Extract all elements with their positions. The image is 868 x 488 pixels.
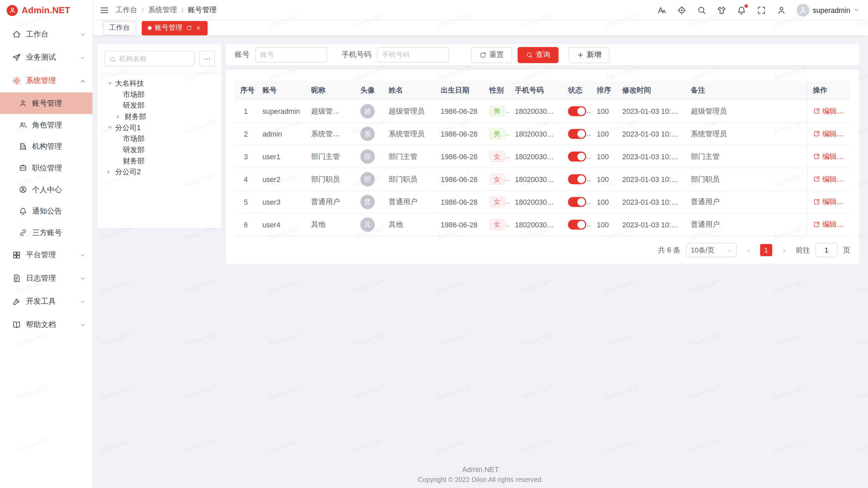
tree-caret-icon[interactable] [117, 115, 122, 119]
search-button[interactable]: 查询 [518, 47, 559, 63]
tree-node-0[interactable]: 大名科技 [104, 78, 215, 89]
phone-input[interactable] [382, 51, 444, 59]
status-toggle[interactable] [568, 151, 586, 161]
edit-button[interactable]: 编辑 [813, 175, 838, 183]
tree-more-button[interactable]: ··· [199, 51, 215, 66]
edit-button[interactable]: 编辑 [813, 152, 838, 160]
sidebar-item-2[interactable]: 系统管理 [0, 69, 93, 93]
bell-icon[interactable] [737, 5, 746, 15]
edit-button[interactable]: 编辑 [813, 129, 838, 138]
tab-close-icon[interactable] [195, 25, 201, 31]
topbar: 工作台/系统管理/账号管理 superadmin [93, 0, 868, 20]
tree-node-3[interactable]: 财务部 [104, 111, 215, 122]
fullscreen-icon[interactable] [757, 5, 766, 15]
sidebar-item-0[interactable]: 工作台 [0, 23, 93, 46]
theme-icon[interactable] [717, 5, 726, 15]
sidebar-item-4[interactable]: 日志管理 [0, 267, 93, 290]
tree-node-1[interactable]: 市场部 [104, 89, 215, 100]
tree-caret-icon[interactable] [108, 82, 112, 87]
reset-button[interactable]: 重置 [471, 47, 512, 63]
status-toggle[interactable] [568, 197, 586, 207]
tree-caret-icon[interactable] [107, 170, 113, 174]
hamburger-menu-icon[interactable] [100, 5, 109, 15]
chevron-down-icon [80, 322, 86, 328]
status-toggle[interactable] [568, 106, 586, 116]
sidebar-subitem-2-3[interactable]: 职位管理 [0, 157, 93, 179]
toggle-knob [577, 107, 585, 115]
status-toggle[interactable] [568, 129, 586, 139]
tab-0[interactable]: 工作台 [103, 21, 136, 35]
breadcrumb-item-2[interactable]: 账号管理 [188, 5, 217, 15]
avatar: 部 [360, 149, 375, 164]
tree-node-8[interactable]: 分公司2 [104, 166, 215, 178]
cell-phone: 18020030720 [509, 190, 563, 213]
sidebar-subitem-2-4[interactable]: 个人中心 [0, 179, 93, 200]
sidebar-subitem-2-5[interactable]: 通知公告 [0, 200, 93, 222]
page-number-button[interactable]: 1 [760, 244, 772, 256]
chevron-down-icon [80, 55, 86, 61]
add-button[interactable]: 新增 [569, 47, 610, 63]
sidebar-subitem-label: 职位管理 [32, 163, 62, 173]
status-toggle[interactable] [568, 174, 586, 184]
page-size-select[interactable]: 10条/页 [686, 243, 737, 257]
more-actions-button[interactable] [843, 175, 850, 183]
tree-node-5[interactable]: 市场部 [104, 133, 215, 144]
tree-node-7[interactable]: 财务部 [104, 156, 215, 167]
cell-birth: 1986-06-28 [435, 168, 484, 191]
search-icon[interactable] [697, 5, 707, 15]
gear-icon [12, 76, 21, 85]
locate-icon[interactable] [677, 5, 687, 15]
tab-bar: 工作台账号管理 [93, 20, 868, 36]
tree-node-label: 分公司1 [115, 123, 141, 133]
user-menu[interactable]: superadmin [797, 4, 859, 17]
avatar: 系 [360, 127, 375, 141]
tab-active-dot [147, 26, 151, 30]
user-icon[interactable] [777, 5, 786, 15]
sidebar-item-3[interactable]: 平台管理 [0, 243, 93, 267]
sidebar-item-5[interactable]: 开发工具 [0, 290, 93, 313]
sidebar-item-6[interactable]: 帮助文档 [0, 313, 93, 337]
account-input[interactable] [260, 51, 322, 59]
toggle-knob [577, 176, 585, 183]
breadcrumb-item-0[interactable]: 工作台 [116, 5, 137, 15]
tree-node-6[interactable]: 研发部 [104, 144, 215, 156]
more-actions-button[interactable] [843, 220, 850, 228]
goto-label: 前往 [795, 245, 810, 255]
bell-icon [19, 207, 27, 215]
sidebar-item-1[interactable]: 业务测试 [0, 46, 93, 69]
tab-refresh-icon[interactable] [186, 25, 192, 31]
ellipsis-icon [843, 221, 850, 228]
font-size-icon[interactable] [657, 5, 667, 15]
more-actions-button[interactable] [843, 198, 850, 206]
breadcrumb-item-1[interactable]: 系统管理 [148, 5, 177, 15]
tab-1[interactable]: 账号管理 [141, 21, 207, 35]
cell-account: user3 [257, 190, 306, 213]
tree-caret-icon[interactable] [108, 126, 112, 131]
prev-page-button[interactable] [742, 244, 754, 256]
more-actions-button[interactable] [843, 152, 850, 160]
tree-node-2[interactable]: 研发部 [104, 100, 215, 111]
cell-index: 5 [235, 190, 257, 213]
more-actions-button[interactable] [843, 129, 850, 138]
edit-button[interactable]: 编辑 [813, 220, 838, 228]
org-search-input[interactable] [119, 55, 190, 63]
sidebar-subitem-2-6[interactable]: 三方账号 [0, 222, 93, 244]
cell-index: 6 [235, 213, 257, 236]
edit-button[interactable]: 编辑 [813, 198, 838, 206]
column-header-8: 状态 [563, 81, 591, 100]
cell-account: user4 [257, 213, 306, 236]
status-toggle[interactable] [568, 220, 586, 229]
sidebar-subitem-2-1[interactable]: 角色管理 [0, 114, 93, 136]
sidebar-subitem-2-0[interactable]: 账号管理 [0, 93, 93, 114]
avatar: 超 [360, 104, 375, 118]
cell-phone: 18020030720 [509, 123, 563, 145]
tree-node-4[interactable]: 分公司1 [104, 122, 215, 134]
more-actions-button[interactable] [843, 107, 850, 115]
next-page-button[interactable] [778, 244, 790, 256]
cell-sort: 100 [591, 100, 617, 123]
goto-page-input[interactable] [815, 243, 837, 257]
org-tree-panel: ··· 大名科技市场部研发部财务部分公司1市场部研发部财务部分公司2 [97, 44, 221, 228]
edit-button[interactable]: 编辑 [813, 107, 838, 115]
page-unit-label: 页 [843, 245, 850, 255]
sidebar-subitem-2-2[interactable]: 机构管理 [0, 136, 93, 157]
